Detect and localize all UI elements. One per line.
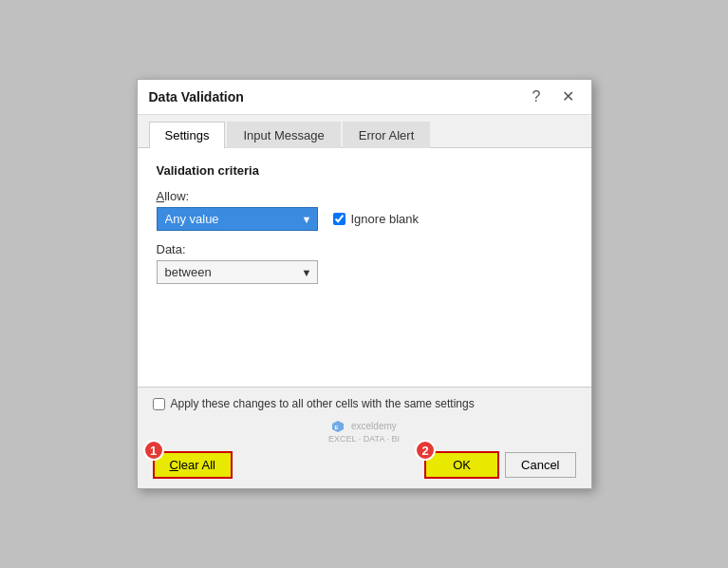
apply-changes-row: Apply these changes to all other cells w… <box>153 397 576 410</box>
help-button[interactable]: ? <box>527 87 547 106</box>
svg-text:E: E <box>335 425 339 430</box>
apply-changes-checkbox[interactable] <box>153 398 165 410</box>
tab-bar: Settings Input Message Error Alert <box>138 115 591 148</box>
ignore-blank-row: Ignore blank <box>333 212 420 226</box>
title-bar-right: ? ✕ <box>527 87 580 106</box>
apply-changes-text: Apply these changes to all other cells w… <box>171 397 475 410</box>
data-label: Data: <box>157 242 572 256</box>
watermark: E exceldemy EXCEL · DATA · BI <box>153 420 576 444</box>
tab-settings[interactable]: Settings <box>149 122 226 148</box>
exceldemy-logo-icon: E <box>331 420 345 433</box>
ok-button[interactable]: 2 OK <box>424 451 499 479</box>
data-section: Data: between not between equal to not e… <box>157 242 572 284</box>
footer-buttons: 1 Clear All 2 OK Cancel <box>153 451 576 479</box>
footer: Apply these changes to all other cells w… <box>138 387 591 488</box>
allow-select-wrapper: Any value Whole number Decimal List Date… <box>157 207 318 231</box>
allow-row: Any value Whole number Decimal List Date… <box>157 207 572 231</box>
allow-select[interactable]: Any value Whole number Decimal List Date… <box>157 207 318 231</box>
cancel-button[interactable]: Cancel <box>505 452 575 478</box>
dialog-title: Data Validation <box>149 89 244 104</box>
close-button[interactable]: ✕ <box>556 87 580 106</box>
title-bar: Data Validation ? ✕ <box>138 80 591 115</box>
allow-label: Allow: <box>157 189 572 203</box>
ignore-blank-checkbox[interactable] <box>333 213 345 225</box>
section-title: Validation criteria <box>157 163 572 178</box>
tab-error-alert[interactable]: Error Alert <box>343 122 431 148</box>
tab-input-message[interactable]: Input Message <box>227 122 340 148</box>
data-validation-dialog: Data Validation ? ✕ Settings Input Messa… <box>137 79 592 489</box>
data-row: between not between equal to not equal t… <box>157 260 572 284</box>
badge-2: 2 <box>415 440 436 461</box>
badge-1: 1 <box>143 440 164 461</box>
data-select-wrapper: between not between equal to not equal t… <box>157 260 318 284</box>
clear-all-button[interactable]: 1 Clear All <box>153 451 233 479</box>
title-bar-left: Data Validation <box>149 89 244 104</box>
settings-content: Validation criteria Allow: Any value Who… <box>138 148 591 387</box>
data-select[interactable]: between not between equal to not equal t… <box>157 260 318 284</box>
ignore-blank-label: Ignore blank <box>351 212 420 226</box>
empty-area <box>157 295 572 371</box>
